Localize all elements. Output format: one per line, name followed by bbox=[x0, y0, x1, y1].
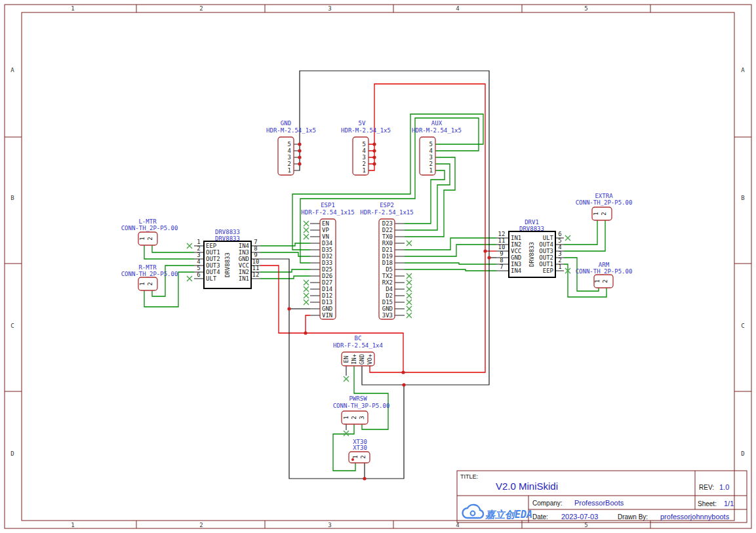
refdes-label: ESP2 bbox=[380, 202, 394, 208]
svg-text:ULT: ULT bbox=[543, 235, 554, 241]
svg-text:D34: D34 bbox=[322, 240, 332, 247]
svg-text:OUT2: OUT2 bbox=[206, 256, 220, 262]
svg-text:1: 1 bbox=[558, 264, 561, 270]
refdes-label: BC bbox=[355, 335, 362, 342]
svg-text:1: 1 bbox=[429, 167, 433, 174]
svg-text:12: 12 bbox=[252, 271, 260, 278]
svg-text:D23: D23 bbox=[382, 220, 393, 227]
svg-text:IN3: IN3 bbox=[239, 249, 249, 256]
component-drv1: DRV1 DRV8833 121110987 654321 IN1IN2VCCG… bbox=[496, 219, 564, 277]
logo-text: 嘉立创EDA bbox=[485, 509, 532, 521]
schematic-canvas[interactable]: 12345 12345 ABCD ABCD bbox=[0, 0, 756, 533]
svg-text:3: 3 bbox=[328, 5, 331, 12]
svg-text:1: 1 bbox=[71, 5, 74, 12]
wire[interactable] bbox=[564, 220, 597, 245]
wire[interactable] bbox=[260, 276, 310, 279]
part-label: HDR-F-2.54_1x15 bbox=[301, 209, 354, 216]
wire[interactable] bbox=[260, 252, 310, 256]
svg-text:D26: D26 bbox=[322, 273, 332, 279]
svg-text:2: 2 bbox=[363, 161, 366, 167]
svg-text:7: 7 bbox=[500, 264, 503, 270]
component-aux-header: AUX HDR-M-2.54_1x5 54321 bbox=[412, 120, 462, 175]
refdes-label: R-MTR bbox=[138, 264, 157, 271]
svg-text:GND: GND bbox=[359, 354, 365, 365]
part-label: HDR-F-2.54_1x4 bbox=[333, 342, 383, 349]
svg-text:12: 12 bbox=[498, 231, 506, 237]
pin-numbers: 54321 bbox=[429, 141, 433, 174]
aux-header-body[interactable] bbox=[420, 137, 435, 175]
svg-text:IN3: IN3 bbox=[511, 261, 521, 267]
component-extra: EXTRA CONN-TH_2P-P5.00 1 2 bbox=[576, 193, 633, 220]
ground-wire[interactable] bbox=[294, 144, 300, 164]
pin-number: 2 bbox=[360, 455, 367, 458]
svg-text:EN: EN bbox=[322, 220, 329, 227]
svg-text:OUT1: OUT1 bbox=[206, 249, 220, 256]
body-label: DRV8833 bbox=[528, 242, 535, 267]
wire[interactable] bbox=[405, 263, 496, 264]
refdes-label: L-MTR bbox=[138, 218, 157, 225]
svg-text:D13: D13 bbox=[322, 299, 332, 306]
cloud-icon-detail bbox=[471, 511, 475, 516]
frame-dividers bbox=[5, 5, 751, 528]
svg-text:4: 4 bbox=[429, 148, 433, 154]
svg-text:D22: D22 bbox=[382, 227, 393, 233]
wire[interactable] bbox=[260, 243, 310, 246]
wire[interactable] bbox=[260, 269, 310, 272]
svg-text:D25: D25 bbox=[322, 266, 332, 273]
svg-text:A: A bbox=[10, 67, 14, 73]
drawn-by-label: Drawn By: bbox=[618, 513, 648, 521]
power-wire[interactable] bbox=[306, 315, 310, 333]
refdes-label: ARM bbox=[599, 262, 610, 268]
svg-text:IN1: IN1 bbox=[511, 235, 521, 241]
svg-text:EEP: EEP bbox=[543, 267, 554, 274]
component-5v-header: 5V HDR-M-2.54_1x5 54321 bbox=[341, 120, 391, 175]
svg-text:10: 10 bbox=[498, 244, 506, 250]
svg-text:GND: GND bbox=[511, 254, 521, 261]
component-gnd-header: GND HDR-M-2.54_1x5 54321 bbox=[266, 120, 316, 175]
wire[interactable] bbox=[405, 269, 496, 271]
pin-number: 2 bbox=[147, 282, 153, 285]
date-value[interactable]: 2023-07-03 bbox=[561, 513, 598, 521]
wire[interactable] bbox=[152, 245, 194, 252]
sheet-frame: 12345 12345 ABCD ABCD bbox=[5, 5, 751, 528]
svg-text:VCC: VCC bbox=[511, 248, 521, 254]
svg-text:11: 11 bbox=[252, 265, 260, 271]
svg-text:2: 2 bbox=[288, 161, 291, 167]
svg-text:D19: D19 bbox=[382, 253, 393, 260]
svg-text:OUT2: OUT2 bbox=[539, 254, 553, 261]
refdes-label: GND bbox=[281, 120, 291, 127]
value-label: XT30 bbox=[353, 444, 367, 451]
svg-text:4: 4 bbox=[197, 258, 200, 265]
svg-text:OUT1: OUT1 bbox=[539, 261, 553, 267]
svg-text:9: 9 bbox=[500, 250, 503, 257]
date-label: Date: bbox=[532, 513, 548, 521]
wire[interactable] bbox=[405, 238, 496, 250]
sheet-value[interactable]: 1/1 bbox=[724, 500, 734, 507]
sheet-title[interactable]: V2.0 MiniSkidi bbox=[496, 481, 558, 492]
rev-value[interactable]: 1.0 bbox=[719, 483, 729, 491]
svg-text:TX0: TX0 bbox=[382, 233, 393, 240]
svg-text:1: 1 bbox=[71, 522, 74, 528]
pin-number: 2 bbox=[602, 279, 608, 283]
svg-text:1: 1 bbox=[197, 239, 200, 245]
pin-number: 1 bbox=[352, 455, 359, 458]
svg-text:IN2: IN2 bbox=[511, 241, 521, 248]
gnd-header-body[interactable] bbox=[278, 137, 294, 175]
5v-header-body[interactable] bbox=[353, 137, 368, 175]
svg-text:D27: D27 bbox=[322, 279, 332, 286]
frame-row-labels: ABCD ABCD bbox=[10, 67, 745, 457]
company-label: Company: bbox=[532, 500, 563, 507]
svg-text:GND: GND bbox=[239, 256, 249, 262]
component-l-mtr: L-MTR CONN-TH_2P-P5.00 1 2 bbox=[121, 218, 178, 245]
title-block: TITLE: V2.0 MiniSkidi REV: 1.0 Company: … bbox=[457, 471, 747, 523]
svg-text:3: 3 bbox=[197, 252, 200, 258]
svg-text:5: 5 bbox=[429, 141, 433, 148]
company-value[interactable]: ProfessorBoots bbox=[574, 499, 624, 507]
svg-text:D33: D33 bbox=[322, 260, 332, 266]
drawn-by-value[interactable]: professorjohnnyboots bbox=[660, 513, 730, 521]
svg-text:8: 8 bbox=[254, 245, 257, 252]
svg-text:VN: VN bbox=[322, 233, 329, 240]
power-wire[interactable] bbox=[368, 144, 374, 164]
svg-text:5: 5 bbox=[288, 141, 291, 148]
svg-text:EN: EN bbox=[343, 356, 349, 363]
